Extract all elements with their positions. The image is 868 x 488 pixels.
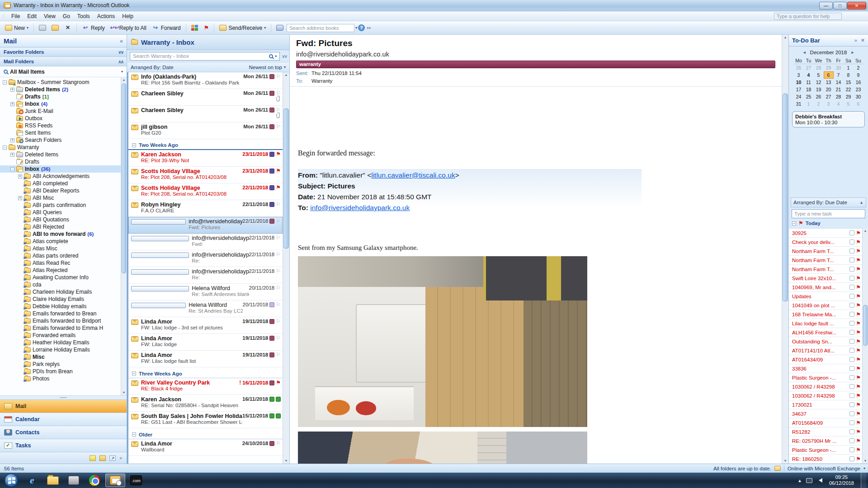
expand-icon[interactable]: + (10, 102, 14, 106)
follow-up-flag-icon[interactable]: ⚑ (276, 151, 281, 157)
task-row[interactable]: RE: 025790H Mr ...⚑ (789, 436, 862, 446)
folder-row[interactable]: +Atlas complete (0, 238, 121, 245)
category-green-icon[interactable] (269, 413, 274, 418)
message-row[interactable]: Scotts Holiday VIllageRe: Plot 208, Seri… (128, 167, 283, 183)
calendar-day-cell[interactable]: 28 (834, 93, 844, 100)
message-row[interactable]: Helena WillfordRe: Swift Ardennes blanki… (128, 284, 283, 300)
move-to-folder-button[interactable] (49, 23, 61, 32)
message-row[interactable]: River Valley Country ParkRE: Black 4 fri… (128, 378, 283, 395)
help-icon[interactable]: ? (358, 24, 365, 31)
task-row[interactable]: 33836⚑ (789, 364, 862, 373)
message-row[interactable]: Linda AmorFW: Lilac lodge19/11/2018⚐ (128, 334, 283, 351)
folder-row[interactable]: +Awaiting Customer Info (0, 274, 121, 281)
task-checkbox[interactable] (849, 447, 854, 452)
help-question-box[interactable]: Type a question for help (774, 13, 842, 20)
message-row[interactable]: Linda AmorFW: Lilac lodge fault list19/1… (128, 351, 283, 367)
folder-row[interactable]: +Debbie Holiday emails (0, 303, 121, 310)
folder-row[interactable]: -Mailbox - Summer Stangroom (0, 79, 121, 86)
task-checkbox[interactable] (849, 456, 854, 461)
nav-buttons-resize-grip[interactable]: •••••• (0, 395, 127, 399)
category-maroon-icon[interactable] (269, 124, 274, 129)
folder-row[interactable]: +Outbox (0, 115, 121, 122)
task-flag-icon[interactable]: ⚑ (856, 285, 861, 290)
task-checkbox[interactable] (849, 339, 854, 344)
task-row[interactable]: Check your deliv...⚑ (789, 238, 862, 247)
task-checkbox[interactable] (849, 267, 854, 272)
follow-up-button[interactable]: ⚑ (202, 23, 212, 32)
task-checkbox[interactable] (849, 420, 854, 425)
exchange-status-text[interactable]: Online with Microsoft Exchange (788, 466, 860, 471)
menu-actions[interactable]: Actions (94, 12, 118, 20)
folder-row[interactable]: +Search Folders (0, 136, 121, 144)
task-checkbox[interactable] (849, 411, 854, 416)
task-flag-icon[interactable]: ⚑ (856, 420, 861, 426)
calendar-day-cell[interactable]: 7 (834, 71, 844, 79)
calendar-day-cell[interactable]: 11 (804, 79, 814, 86)
task-arrange-bar[interactable]: Arranged By: Due Date▲ (791, 197, 866, 207)
folder-row[interactable]: +Forwarded emails (0, 332, 121, 339)
collapse-group-icon[interactable]: − (132, 371, 136, 375)
task-list-scrollbar[interactable]: ▲ ▼ (862, 228, 868, 464)
new-task-input[interactable]: Type a new task (792, 209, 865, 218)
folder-list-icon[interactable] (99, 455, 106, 461)
task-checkbox[interactable] (849, 429, 854, 434)
calendar-day-cell[interactable]: 27 (824, 93, 834, 100)
calendar-day-cell[interactable]: 15 (844, 79, 854, 86)
calendar-day-cell[interactable]: 31 (794, 100, 804, 108)
folder-row[interactable]: +ABI Dealer Reports (0, 187, 121, 194)
collapse-icon[interactable]: - (3, 145, 7, 150)
calendar-day-cell[interactable]: 18 (804, 86, 814, 93)
expand-favorites-icon[interactable]: ∨∨ (118, 50, 123, 55)
calendar-day-cell[interactable]: 20 (824, 86, 834, 93)
folder-row[interactable]: +PDIs from Brean (0, 368, 121, 375)
taskbar-file-explorer[interactable] (43, 474, 63, 487)
sidebar-item-calendar[interactable]: Calendar (0, 413, 127, 426)
follow-up-flag-icon[interactable]: ⚐ (276, 285, 281, 291)
task-checkbox[interactable] (849, 294, 854, 299)
close-todo-icon[interactable]: ✕ (861, 38, 865, 43)
message-row[interactable]: Robyn HingleyF.A.O CLAIRE22/11/2018⚐ (128, 200, 283, 217)
follow-up-flag-icon[interactable]: ⚐ (276, 252, 281, 257)
scroll-up-arrow[interactable]: ▲ (121, 77, 127, 83)
folder-row[interactable]: +ABI parts confirmation (0, 202, 121, 209)
category-bar-warranty[interactable]: warranty (296, 61, 775, 68)
task-flag-icon[interactable]: ⚑ (856, 429, 861, 435)
category-green-icon[interactable] (276, 413, 281, 418)
minimize-todo-icon[interactable]: » (854, 38, 857, 43)
calendar-day-cell[interactable]: 3 (794, 71, 804, 79)
collapse-mail-folders-icon[interactable]: ∧∧ (118, 59, 123, 64)
follow-up-flag-icon[interactable]: ⚐ (276, 302, 281, 307)
message-row[interactable]: info@riversideholidaypark.co.ukFwd: Pict… (128, 217, 283, 234)
folder-row[interactable]: +Atlas Read Rec (0, 259, 121, 267)
folder-row[interactable]: +Sent Items (0, 129, 121, 136)
folder-row[interactable]: -Warranty (0, 144, 121, 151)
calendar-day-cell[interactable]: 30 (854, 93, 863, 100)
follow-up-flag-icon[interactable]: ⚑ (276, 168, 281, 174)
from-email-link[interactable]: litlun.cavalier@tiscali.co.uk (371, 171, 455, 179)
task-flag-icon[interactable]: ⚑ (856, 258, 861, 263)
start-button[interactable] (5, 474, 18, 487)
taskbar-internet-explorer[interactable]: e (22, 474, 42, 487)
task-flag-icon[interactable]: ⚑ (856, 366, 861, 371)
task-checkbox[interactable] (849, 230, 854, 235)
folder-row[interactable]: +cda (0, 281, 121, 288)
task-flag-icon[interactable]: ⚑ (856, 384, 861, 389)
taskbar-outlook-active[interactable] (105, 474, 125, 487)
calendar-day-cell[interactable]: 16 (854, 79, 863, 86)
folder-row[interactable]: +ABI Quotations (0, 216, 121, 223)
folder-row[interactable]: +Charleen Holiday Emails (0, 288, 121, 296)
task-flag-icon[interactable]: ⚑ (856, 411, 861, 417)
follow-up-flag-icon[interactable]: ⚐ (276, 441, 281, 446)
appointment-card[interactable]: Debbie's Breakfast Mon 10:00 - 10:30 (792, 111, 865, 127)
calendar-day-cell[interactable]: 29 (844, 93, 854, 100)
collapse-group-icon[interactable]: − (792, 221, 796, 225)
task-flag-icon[interactable]: ⚑ (856, 402, 861, 408)
category-purple-icon[interactable] (269, 169, 274, 174)
taskbar-clock[interactable]: 09:2506/12/2018 (826, 474, 857, 486)
scroll-down-arrow[interactable]: ▼ (283, 458, 289, 464)
folder-row[interactable]: +ABI Misc (0, 194, 121, 202)
reply-button[interactable]: ↩Reply (80, 23, 107, 33)
folder-row[interactable]: +Drafts (0, 158, 121, 165)
task-checkbox[interactable] (849, 276, 854, 281)
folder-row[interactable]: +Photos (0, 375, 121, 382)
